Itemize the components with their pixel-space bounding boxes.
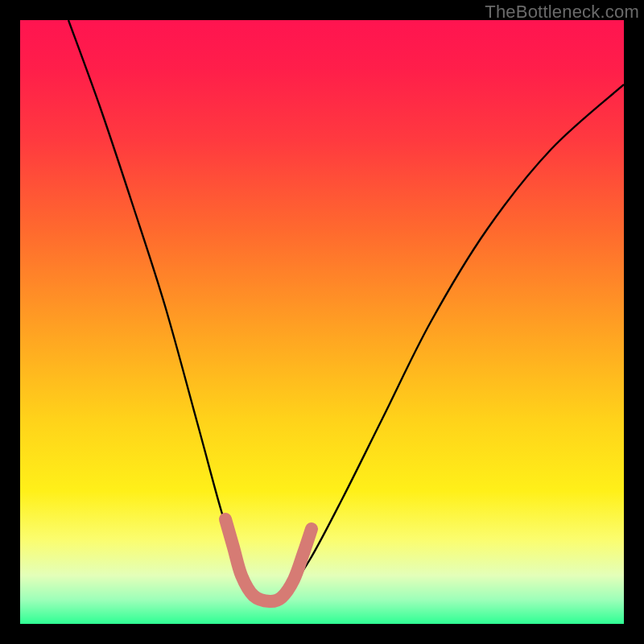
ridge-overlay	[225, 519, 312, 601]
chart-frame	[20, 20, 624, 624]
watermark-text: TheBottleneck.com	[485, 2, 639, 23]
v-curve	[68, 20, 624, 600]
plot-svg	[20, 20, 624, 624]
